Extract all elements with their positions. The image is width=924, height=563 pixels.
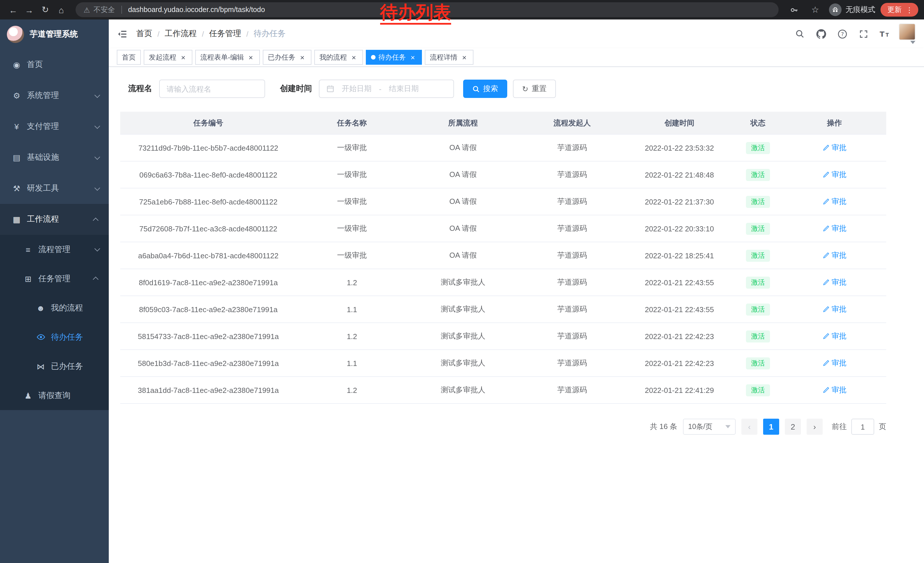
approve-button[interactable]: 审批 — [822, 170, 846, 180]
approve-button[interactable]: 审批 — [822, 331, 846, 341]
reload-icon[interactable]: ↻ — [38, 2, 52, 17]
cell-process: OA 请假 — [407, 170, 518, 180]
sidebar-item-5[interactable]: ▦工作流程 — [0, 204, 109, 235]
app-header: 首页/工作流程/任务管理/待办任务 ?TT — [109, 20, 924, 48]
cell-action: 审批 — [783, 250, 886, 261]
approve-button[interactable]: 审批 — [822, 358, 846, 368]
close-icon[interactable]: × — [298, 53, 306, 61]
cell-initiator: 芋道源码 — [518, 197, 626, 207]
cell-initiator: 芋道源码 — [518, 331, 626, 341]
tab-0[interactable]: 首页 — [117, 50, 141, 65]
sidebar-fold-icon[interactable] — [117, 29, 127, 39]
prev-page-button[interactable]: ‹ — [741, 419, 758, 435]
approve-button[interactable]: 审批 — [822, 197, 846, 207]
sidebar-item-8[interactable]: ☻我的流程 — [0, 293, 109, 323]
font-size-icon[interactable]: TT — [878, 27, 891, 40]
divider — [121, 6, 122, 14]
edit-icon — [822, 279, 829, 286]
approve-label: 审批 — [831, 143, 846, 153]
breadcrumb-item[interactable]: 工作流程 — [165, 29, 196, 39]
table-row: 069c6a63-7b8a-11ec-8ef0-acde48001122一级审批… — [120, 162, 886, 188]
sidebar-item-9[interactable]: 待办任务 — [0, 323, 109, 352]
tab-6[interactable]: 流程详情× — [425, 50, 474, 65]
back-icon[interactable]: ← — [6, 2, 21, 17]
approve-button[interactable]: 审批 — [822, 277, 846, 288]
close-icon[interactable]: × — [247, 53, 255, 61]
approve-label: 审批 — [831, 197, 846, 207]
breadcrumb-separator: / — [158, 30, 159, 38]
tab-4[interactable]: 我的流程× — [314, 50, 363, 65]
search-icon[interactable] — [794, 27, 806, 40]
warning-icon: ⚠ — [84, 6, 90, 14]
page-size-select[interactable]: 10条/页 — [683, 419, 736, 435]
tab-label: 首页 — [122, 53, 136, 62]
bookmark-star-icon[interactable]: ☆ — [808, 2, 823, 17]
chevron-down-icon — [94, 92, 100, 98]
approve-button[interactable]: 审批 — [822, 224, 846, 234]
page-button-1[interactable]: 1 — [763, 419, 779, 435]
breadcrumb-item[interactable]: 首页 — [136, 29, 152, 39]
security-status[interactable]: ⚠ 不安全 — [84, 5, 115, 15]
reset-button[interactable]: ↻ 重置 — [513, 80, 556, 98]
search-button[interactable]: 搜索 — [463, 80, 507, 98]
sidebar-item-1[interactable]: ⚙系统管理 — [0, 80, 109, 111]
cell-task-id: 58154733-7ac8-11ec-a9e2-a2380e71991a — [120, 332, 296, 341]
user-menu[interactable] — [899, 24, 915, 44]
sidebar-item-label: 基础设施 — [27, 152, 94, 163]
date-range-picker[interactable]: 开始日期 - 结束日期 — [319, 80, 454, 98]
cell-task-id: 8f0d1619-7ac8-11ec-a9e2-a2380e71991a — [120, 278, 296, 287]
tab-1[interactable]: 发起流程× — [144, 50, 192, 65]
sidebar-item-10[interactable]: ⋈已办任务 — [0, 352, 109, 381]
github-icon[interactable] — [814, 27, 827, 40]
next-page-button[interactable]: › — [807, 419, 823, 435]
tab-5[interactable]: 待办任务× — [366, 50, 422, 65]
cell-initiator: 芋道源码 — [518, 170, 626, 180]
approve-button[interactable]: 审批 — [822, 143, 846, 153]
header-right: ?TT — [794, 24, 915, 44]
cell-action: 审批 — [783, 224, 886, 234]
sidebar-item-3[interactable]: ▤基础设施 — [0, 142, 109, 173]
page-button-2[interactable]: 2 — [785, 419, 801, 435]
sidebar-item-4[interactable]: ⚒研发工具 — [0, 173, 109, 204]
approve-button[interactable]: 审批 — [822, 250, 846, 261]
red-annotation: 待办列表 — [380, 3, 451, 24]
total-count: 共 16 条 — [650, 422, 677, 432]
tab-2[interactable]: 流程表单-编辑× — [195, 50, 260, 65]
home-icon[interactable]: ⌂ — [54, 2, 69, 17]
sidebar-item-7[interactable]: ⊞任务管理 — [0, 264, 109, 293]
sidebar-item-2[interactable]: ¥支付管理 — [0, 111, 109, 142]
close-icon[interactable]: × — [179, 53, 187, 61]
key-icon[interactable] — [787, 2, 801, 17]
main-area: 首页/工作流程/任务管理/待办任务 ?TT 首页发起流程×流程表单-编辑×已办任… — [109, 20, 924, 563]
forward-icon[interactable]: → — [22, 2, 37, 17]
approve-button[interactable]: 审批 — [822, 304, 846, 314]
approve-button[interactable]: 审批 — [822, 385, 846, 395]
fullscreen-icon[interactable] — [857, 27, 870, 40]
cell-initiator: 芋道源码 — [518, 224, 626, 234]
cell-task-name: 一级审批 — [296, 197, 407, 207]
sidebar-item-6[interactable]: ≡流程管理 — [0, 235, 109, 264]
update-button[interactable]: 更新 ⋮ — [880, 3, 918, 17]
app-logo[interactable]: 芋道管理系统 — [0, 20, 109, 49]
caret-down-icon — [910, 41, 915, 44]
close-icon[interactable]: × — [350, 53, 358, 61]
date-separator: - — [379, 84, 382, 93]
cell-task-id: 73211d9d-7b9b-11ec-b5b7-acde48001122 — [120, 144, 296, 152]
breadcrumb-item[interactable]: 任务管理 — [209, 29, 241, 39]
question-icon[interactable]: ? — [836, 27, 848, 40]
breadcrumb-separator: / — [202, 30, 204, 38]
cell-status: 激活 — [733, 195, 783, 208]
tab-3[interactable]: 已办任务× — [263, 50, 311, 65]
sidebar-item-0[interactable]: ◉首页 — [0, 49, 109, 80]
status-badge: 激活 — [746, 169, 770, 181]
process-name-input[interactable] — [159, 80, 265, 98]
status-badge: 激活 — [746, 195, 770, 208]
sidebar-item-11[interactable]: ♟请假查询 — [0, 381, 109, 410]
incognito-label: 无痕模式 — [846, 5, 875, 15]
close-icon[interactable]: × — [460, 53, 468, 61]
goto-page-input[interactable] — [851, 419, 874, 435]
pager-pages: 12 — [763, 419, 801, 435]
chevron-down-icon — [94, 154, 100, 159]
column-header: 状态 — [733, 118, 783, 128]
close-icon[interactable]: × — [409, 53, 417, 61]
